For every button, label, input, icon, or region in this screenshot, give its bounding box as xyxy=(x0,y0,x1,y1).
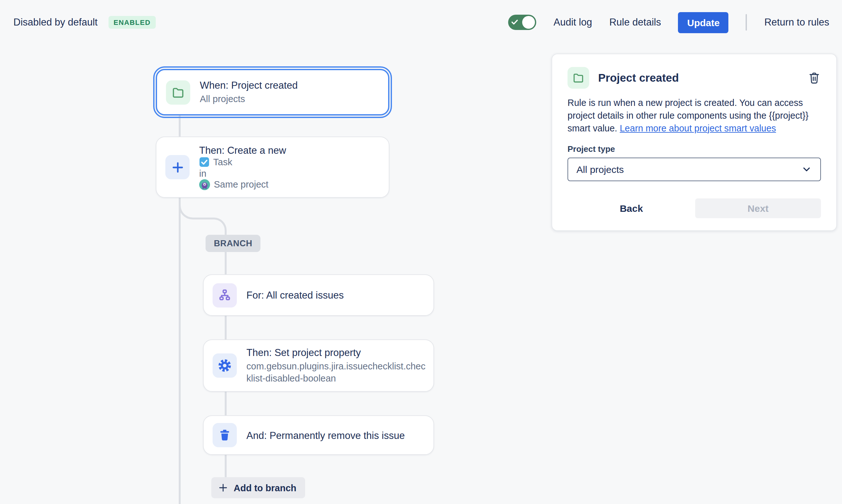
return-to-rules-button[interactable]: Return to rules xyxy=(765,17,829,28)
panel-footer: Back Next xyxy=(567,199,821,218)
panel-description: Rule is run when a new project is create… xyxy=(567,97,821,135)
delete-trigger-icon[interactable] xyxy=(808,71,821,85)
branch-card-for-created-issues[interactable]: For: All created issues xyxy=(203,274,434,316)
plus-icon xyxy=(165,155,190,179)
next-button[interactable]: Next xyxy=(695,199,821,218)
branch-tag: BRANCH xyxy=(206,235,261,252)
project-type-label: Project type xyxy=(567,144,821,154)
back-button[interactable]: Back xyxy=(567,202,695,215)
issue-type-label: Task xyxy=(213,156,232,168)
status-badge: ENABLED xyxy=(108,16,156,29)
topbar-right: Audit log Rule details Update Return to … xyxy=(508,12,829,33)
trigger-card-project-created[interactable]: When: Project created All projects xyxy=(156,69,389,115)
branch-elbow-connector xyxy=(178,202,196,219)
add-to-branch-label: Add to branch xyxy=(234,483,297,493)
panel-header: Project created xyxy=(567,67,821,89)
trash-icon xyxy=(213,423,237,447)
trigger-config-panel: Project created Rule is run when a new p… xyxy=(551,54,837,231)
branch-card-remove-issue[interactable]: And: Permanently remove this issue xyxy=(203,415,434,455)
rule-details-button[interactable]: Rule details xyxy=(609,17,661,28)
action-card-create-task[interactable]: Then: Create a new Task in Same project xyxy=(156,137,389,198)
rule-name: Disabled by default xyxy=(13,17,98,28)
gear-icon xyxy=(213,354,237,378)
audit-log-button[interactable]: Audit log xyxy=(554,17,592,28)
in-label: in xyxy=(199,168,286,178)
panel-title: Project created xyxy=(598,71,799,85)
create-title: Then: Create a new xyxy=(199,144,286,156)
trigger-subtitle: All projects xyxy=(200,93,298,105)
check-icon xyxy=(511,18,519,26)
branch-for-title: For: All created issues xyxy=(246,289,344,301)
set-property-key: com.gebsun.plugins.jira.issuechecklist.c… xyxy=(246,360,427,385)
target-project-label: Same project xyxy=(214,178,268,191)
rule-enabled-toggle[interactable] xyxy=(508,15,536,30)
project-avatar xyxy=(199,179,210,190)
trigger-title: When: Project created xyxy=(200,79,298,91)
remove-issue-title: And: Permanently remove this issue xyxy=(246,429,405,441)
folder-icon xyxy=(166,80,190,104)
topbar-left: Disabled by default ENABLED xyxy=(13,16,156,29)
set-property-title: Then: Set project property xyxy=(246,346,427,358)
toggle-knob xyxy=(522,16,535,29)
hierarchy-icon xyxy=(213,283,237,307)
project-type-value: All projects xyxy=(576,164,801,175)
add-to-branch-button[interactable]: Add to branch xyxy=(211,477,305,498)
folder-icon xyxy=(567,67,589,89)
smart-values-link[interactable]: Learn more about project smart values xyxy=(620,123,776,133)
chevron-down-icon xyxy=(801,164,812,175)
plus-icon xyxy=(218,482,229,493)
topbar-divider xyxy=(746,14,747,31)
task-type-icon xyxy=(199,157,209,167)
branch-card-set-project-property[interactable]: Then: Set project property com.gebsun.pl… xyxy=(203,339,434,392)
update-button[interactable]: Update xyxy=(678,12,729,33)
project-type-select[interactable]: All projects xyxy=(567,158,821,181)
automation-rule-builder: Disabled by default ENABLED Audit log Ru… xyxy=(0,0,842,504)
